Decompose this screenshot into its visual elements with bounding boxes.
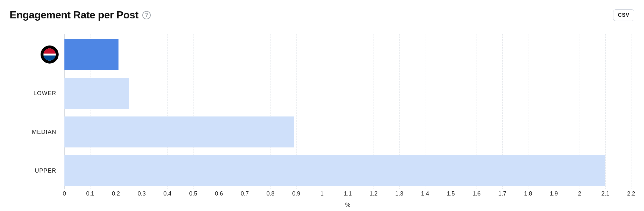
bar-median[interactable] <box>64 116 294 147</box>
card-header: Engagement Rate per Post ? CSV <box>10 9 634 21</box>
x-tick: 0.2 <box>112 190 120 197</box>
help-icon[interactable]: ? <box>142 11 151 19</box>
card-title: Engagement Rate per Post <box>10 9 138 21</box>
x-tick: 0 <box>63 190 66 197</box>
bar-brand[interactable] <box>64 39 118 70</box>
y-label-median: MEDIAN <box>10 129 56 136</box>
x-tick: 0.7 <box>241 190 249 197</box>
x-tick: 0.6 <box>215 190 223 197</box>
gridline <box>631 34 631 189</box>
x-tick: 1 <box>320 190 324 197</box>
x-tick: 0.3 <box>137 190 146 197</box>
brand-logo-icon <box>41 45 59 64</box>
x-tick: 1.3 <box>395 190 403 197</box>
x-tick: 0.8 <box>266 190 274 197</box>
plot-region <box>64 34 631 189</box>
chart-area: LOWER MEDIAN UPPER 00.10.20.30.40.50.60.… <box>10 27 634 202</box>
x-tick: 0.9 <box>292 190 300 197</box>
x-tick: 2.1 <box>601 190 609 197</box>
bar-upper[interactable] <box>64 155 605 186</box>
x-tick: 1.6 <box>472 190 480 197</box>
y-label-upper: UPPER <box>10 167 56 174</box>
x-axis-label: % <box>64 202 631 208</box>
pepsi-globe-icon <box>43 48 56 61</box>
export-csv-button[interactable]: CSV <box>613 9 634 21</box>
chart-card: Engagement Rate per Post ? CSV LOWER MED… <box>0 0 644 211</box>
y-axis-labels: LOWER MEDIAN UPPER <box>10 34 61 189</box>
x-tick: 2.2 <box>627 190 635 197</box>
x-tick: 1.8 <box>524 190 532 197</box>
y-label-lower: LOWER <box>10 90 56 97</box>
x-axis-ticks: 00.10.20.30.40.50.60.70.80.911.11.21.31.… <box>64 190 631 200</box>
x-tick: 1.1 <box>344 190 352 197</box>
x-tick: 2 <box>578 190 581 197</box>
x-tick: 0.4 <box>163 190 171 197</box>
x-tick: 1.5 <box>447 190 455 197</box>
x-tick: 0.1 <box>86 190 94 197</box>
x-tick: 1.2 <box>369 190 377 197</box>
title-wrap: Engagement Rate per Post ? <box>10 9 151 21</box>
x-tick: 1.7 <box>498 190 506 197</box>
bar-lower[interactable] <box>64 78 129 109</box>
bars-layer <box>64 34 631 189</box>
x-tick: 1.9 <box>550 190 558 197</box>
x-tick: 1.4 <box>421 190 429 197</box>
x-tick: 0.5 <box>189 190 197 197</box>
